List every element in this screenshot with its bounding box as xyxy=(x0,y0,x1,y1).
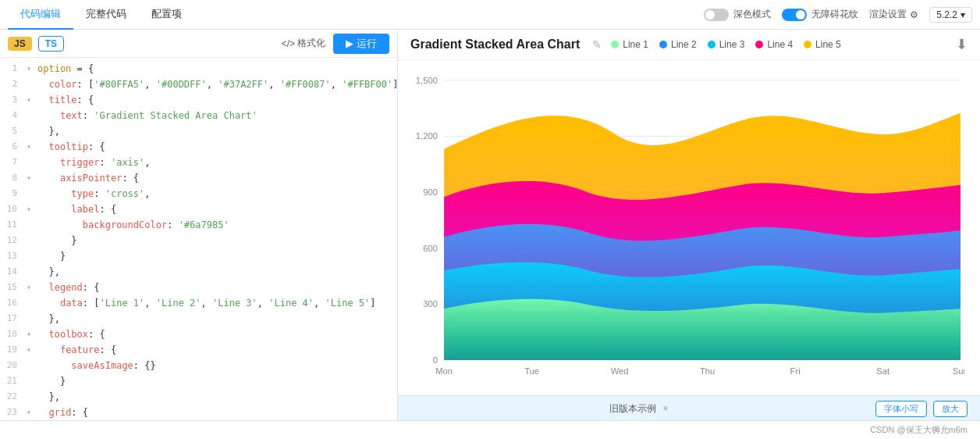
render-settings-button[interactable]: 渲染设置 ⚙ xyxy=(869,8,918,21)
line-number: 19 xyxy=(0,342,23,358)
fold-arrow[interactable]: ▾ xyxy=(23,280,34,295)
old-version-close[interactable]: × xyxy=(662,403,668,414)
old-version-actions: 字体小写 放大 xyxy=(875,401,968,417)
barrier-free-toggle-group: 无障碍花纹 xyxy=(782,8,858,21)
legend-label-line1: Line 1 xyxy=(623,39,648,50)
format-button[interactable]: </> 格式化 xyxy=(282,37,325,50)
download-button[interactable]: ⬇ xyxy=(956,36,968,53)
topbar: 代码编辑 完整代码 配置项 深色模式 无障碍花纹 渲染设置 ⚙ 5.2.2 ▾ xyxy=(0,0,980,30)
legend-dot-line5 xyxy=(804,41,811,48)
fold-arrow[interactable]: ▾ xyxy=(23,92,34,108)
edit-icon[interactable]: ✎ xyxy=(592,38,602,51)
editor-tabs: JS TS </> 格式化 ▶ 运行 xyxy=(0,30,397,58)
old-version-btn2[interactable]: 放大 xyxy=(933,401,968,417)
line-number: 23 xyxy=(0,405,23,420)
fold-arrow[interactable]: ▾ xyxy=(23,405,34,420)
x-label: Fri xyxy=(790,366,801,376)
y-label: 1,200 xyxy=(416,132,438,141)
line-number: 6 xyxy=(0,139,23,155)
code-line: 20 saveAsImage: {} xyxy=(0,358,397,373)
code-editor[interactable]: 1 ▾ option = { 2 color: ['#80FFA5', '#00… xyxy=(0,58,397,420)
left-panel: JS TS </> 格式化 ▶ 运行 1 ▾ option = { xyxy=(0,30,398,420)
legend-label-line2: Line 2 xyxy=(671,39,697,50)
line-number: 20 xyxy=(0,358,23,373)
chart-header: Gradient Stacked Area Chart ✎ Line 1 Lin… xyxy=(398,30,980,60)
chart-legend: Line 1 Line 2 Line 3 Line 4 Line 5 xyxy=(611,39,841,50)
render-label: 渲染设置 xyxy=(869,8,907,21)
code-line: 7 trigger: 'axis', xyxy=(0,155,397,170)
tab-code-edit[interactable]: 代码编辑 xyxy=(8,0,73,30)
legend-item-line4: Line 4 xyxy=(755,39,793,50)
line-number: 13 xyxy=(0,248,23,264)
code-line: 5 }, xyxy=(0,123,397,139)
code-line: 19 ▾ feature: { xyxy=(0,342,397,358)
code-line: 16 data: ['Line 1', 'Line 2', 'Line 3', … xyxy=(0,295,397,311)
line-content: } xyxy=(34,373,397,389)
code-line: 23 ▾ grid: { xyxy=(0,405,397,420)
x-label: Sun xyxy=(953,366,964,376)
legend-dot-line2 xyxy=(659,41,667,48)
run-button[interactable]: ▶ 运行 xyxy=(333,34,389,54)
code-line: 13 } xyxy=(0,248,397,264)
dark-mode-toggle[interactable] xyxy=(704,9,729,21)
fold-arrow[interactable]: ▾ xyxy=(23,61,34,77)
line-number: 8 xyxy=(0,170,23,186)
topbar-tabs: 代码编辑 完整代码 配置项 xyxy=(8,0,194,30)
code-line: 1 ▾ option = { xyxy=(0,61,397,77)
old-version-bar: 旧版本示例 × 字体小写 放大 xyxy=(398,395,980,420)
legend-dot-line4 xyxy=(755,41,763,48)
js-tab[interactable]: JS xyxy=(8,37,32,51)
line-number: 5 xyxy=(0,123,23,139)
barrier-free-label: 无障碍花纹 xyxy=(811,8,858,21)
old-version-btn1[interactable]: 字体小写 xyxy=(875,401,927,417)
code-line: 9 type: 'cross', xyxy=(0,186,397,202)
y-label: 300 xyxy=(423,299,438,309)
x-label: Tue xyxy=(524,366,539,376)
fold-arrow[interactable]: ▾ xyxy=(23,170,34,186)
code-line: 4 text: 'Gradient Stacked Area Chart' xyxy=(0,108,397,123)
line-number: 3 xyxy=(0,92,23,108)
fold-arrow[interactable]: ▾ xyxy=(23,139,34,155)
code-line: 14 }, xyxy=(0,264,397,280)
main-content: JS TS </> 格式化 ▶ 运行 1 ▾ option = { xyxy=(0,30,980,420)
legend-label-line5: Line 5 xyxy=(815,39,841,50)
line-content: color: ['#80FFA5', '#00DDFF', '#37A2FF',… xyxy=(34,77,397,92)
chart-area: 1,500 1,200 900 600 300 0 xyxy=(398,60,980,420)
code-line: 6 ▾ tooltip: { xyxy=(0,139,397,155)
fold-arrow[interactable]: ▾ xyxy=(23,342,34,358)
csdn-credit: CSDN @保王大狮允m6m xyxy=(870,424,968,436)
line-number: 22 xyxy=(0,389,23,405)
legend-item-line1: Line 1 xyxy=(611,39,648,50)
editor-actions: </> 格式化 ▶ 运行 xyxy=(282,34,389,54)
line-number: 12 xyxy=(0,233,23,248)
run-icon: ▶ xyxy=(346,37,353,49)
code-line: 8 ▾ axisPointer: { xyxy=(0,170,397,186)
legend-label-line3: Line 3 xyxy=(719,39,745,50)
line-content: option = { xyxy=(34,61,397,77)
line-content: } xyxy=(34,248,397,264)
line-content: legend: { xyxy=(34,280,397,295)
version-select[interactable]: 5.2.2 ▾ xyxy=(929,7,972,23)
code-line: 10 ▾ label: { xyxy=(0,202,397,217)
line-content: }, xyxy=(34,123,397,139)
line-number: 2 xyxy=(0,77,23,92)
line-content: label: { xyxy=(34,202,397,217)
barrier-free-toggle[interactable] xyxy=(782,9,807,21)
code-line: 11 backgroundColor: '#6a7985' xyxy=(0,217,397,233)
fold-arrow[interactable]: ▾ xyxy=(23,327,34,342)
right-panel: Gradient Stacked Area Chart ✎ Line 1 Lin… xyxy=(398,30,980,420)
line-content: }, xyxy=(34,311,397,327)
ts-tab[interactable]: TS xyxy=(38,36,64,52)
line-content: toolbox: { xyxy=(34,327,397,342)
line-number: 10 xyxy=(0,202,23,217)
version-value: 5.2.2 xyxy=(936,9,957,20)
code-line: 12 } xyxy=(0,233,397,248)
format-icon: </> xyxy=(282,38,295,49)
code-line: 17 }, xyxy=(0,311,397,327)
line-number: 4 xyxy=(0,108,23,123)
code-line: 15 ▾ legend: { xyxy=(0,280,397,295)
x-label: Wed xyxy=(611,366,629,376)
fold-arrow[interactable]: ▾ xyxy=(23,202,34,217)
tab-config[interactable]: 配置项 xyxy=(139,0,194,30)
tab-full-code[interactable]: 完整代码 xyxy=(73,0,139,30)
